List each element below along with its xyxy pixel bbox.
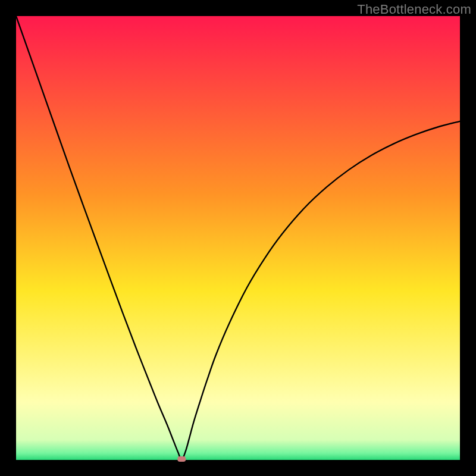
plot-area [16, 16, 460, 460]
bottleneck-curve [16, 16, 460, 460]
watermark-text: TheBottleneck.com [357, 2, 471, 17]
chart-frame: TheBottleneck.com [0, 0, 476, 476]
curve-svg [16, 16, 460, 460]
minimum-marker [177, 456, 186, 462]
